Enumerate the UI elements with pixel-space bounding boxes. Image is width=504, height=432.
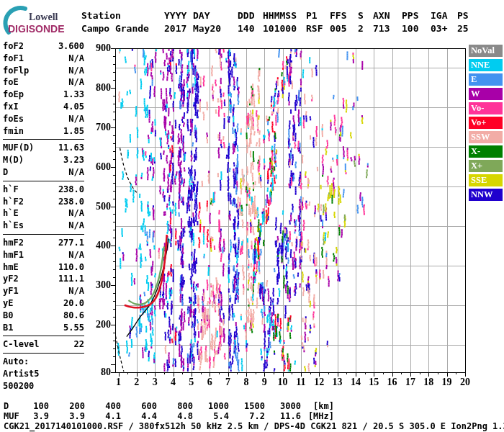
param-label: MUF(D) — [3, 142, 34, 154]
header-col-value: RSF — [306, 22, 330, 35]
param-label: yF2 — [3, 273, 19, 285]
param-row-ye: yE20.0 — [3, 297, 84, 310]
x-tick-label-18: 18 — [420, 377, 437, 388]
row-label: MUF — [4, 411, 13, 421]
header-col-day: DAYMay20 — [193, 9, 238, 35]
panel-footer-line: Auto: — [3, 356, 84, 368]
legend-item-nne: NNE — [469, 59, 503, 71]
row-unit: [MHz] — [301, 411, 334, 421]
row-cell: 4.4 — [121, 411, 157, 421]
param-value: N/A — [68, 220, 84, 232]
param-label: h`F2 — [3, 196, 24, 208]
header-col-label: PS — [457, 9, 479, 22]
header-col-value: Campo Grande — [81, 22, 164, 35]
header-col-ps: PS25 — [457, 9, 479, 35]
param-row-fmin: fmin1.85 — [3, 125, 84, 138]
x-tick-label-5: 5 — [183, 377, 200, 388]
legend-item-nnw: NNW — [469, 189, 503, 201]
param-row-foe: foEN/A — [3, 76, 84, 89]
param-value: 238.0 — [58, 184, 84, 196]
row-cell: 400 — [85, 401, 121, 411]
panel-separator — [3, 353, 84, 354]
legend-item-x: X+ — [469, 160, 503, 172]
header-col-label: IGA — [431, 9, 457, 22]
param-label: yE — [3, 297, 13, 310]
param-label: M(D) — [3, 154, 24, 166]
legend-item-e: E — [469, 73, 503, 86]
row-cell: 5.4 — [193, 411, 229, 421]
param-value: 3.23 — [63, 154, 84, 166]
param-label: foF2 — [3, 40, 24, 53]
row-cell: 1000 — [193, 401, 229, 411]
row-label: D — [4, 401, 13, 411]
param-label: B1 — [3, 322, 13, 334]
logo-text-lowell: Lowell — [29, 12, 58, 23]
param-row-fxi: fxI4.05 — [3, 101, 84, 113]
y-tick-label-700: 700 — [86, 122, 111, 133]
param-value: 20.0 — [63, 297, 84, 310]
row-unit: [km] — [301, 401, 334, 411]
header-col-ddd: DDD140 — [238, 9, 263, 35]
param-row-fof2: foF23.600 — [3, 40, 84, 53]
param-label: h`F — [3, 184, 19, 196]
x-tick-label-15: 15 — [365, 377, 382, 388]
header-col-iga: IGA03+ — [431, 9, 457, 35]
x-tick-label-16: 16 — [384, 377, 401, 388]
header-col-yyyy: YYYY2017 — [164, 9, 193, 35]
param-value: 11.63 — [58, 142, 84, 154]
param-label: fxI — [3, 101, 19, 113]
row-cell: 3.9 — [49, 411, 85, 421]
header-col-value: May20 — [193, 22, 238, 35]
legend-item-x: X- — [469, 145, 503, 158]
param-row-foep: foEp1.33 — [3, 89, 84, 101]
param-value: 4.05 — [63, 101, 84, 113]
param-row-hmf1: hmF1N/A — [3, 249, 84, 261]
header-col-value: 713 — [373, 22, 402, 35]
param-label: hmF1 — [3, 249, 24, 261]
row-cell: 1500 — [229, 401, 265, 411]
header-col-label: P1 — [306, 9, 330, 22]
y-tick-label-200: 200 — [86, 319, 111, 330]
param-label: foF1 — [3, 53, 24, 65]
x-tick-label-3: 3 — [146, 377, 163, 388]
panel-separator — [3, 336, 84, 336]
direction-color-legend: NoValNNEEWVo-Vo+SSWX-X+SSENNW — [469, 45, 503, 203]
legend-item-w: W — [469, 88, 503, 100]
header-col-label: DAY — [193, 9, 238, 22]
parameter-panel: foF23.600foF1N/AfoFlpN/AfoEN/AfoEp1.33fx… — [3, 40, 84, 392]
param-value: 238.0 — [58, 196, 84, 208]
header-table: StationCampo GrandeYYYY2017DAYMay20DDD14… — [81, 9, 479, 35]
param-value: N/A — [68, 53, 84, 65]
header-col-axn: AXN713 — [373, 9, 402, 35]
param-row-mufd: MUF(D)11.63 — [3, 142, 84, 154]
param-label: D — [3, 166, 8, 179]
param-label: fmin — [3, 125, 24, 138]
param-value: 80.6 — [63, 310, 84, 322]
x-tick-label-10: 10 — [274, 377, 292, 388]
param-label: foEs — [3, 113, 24, 125]
x-tick-label-1: 1 — [110, 377, 127, 388]
legend-item-vo: Vo- — [469, 102, 503, 114]
x-tick-label-19: 19 — [438, 377, 456, 388]
param-value: 110.0 — [58, 261, 84, 274]
param-value: N/A — [68, 249, 84, 261]
y-tick-label-500: 500 — [86, 201, 111, 212]
header-col-label: HHMMSS — [263, 9, 306, 22]
param-label: hmE — [3, 261, 19, 274]
param-row-hf: h`F238.0 — [3, 184, 84, 196]
lowell-digisonde-logo: Lowell DIGISONDE — [3, 4, 82, 37]
header-col-value: 005 — [330, 22, 358, 35]
param-value: 1.33 — [63, 89, 84, 101]
x-tick-label-20: 20 — [456, 377, 474, 388]
legend-item-sse: SSE — [469, 174, 503, 186]
row-cell: 7.2 — [229, 411, 265, 421]
header-col-s: S2 — [358, 9, 373, 35]
row-cell: 800 — [157, 401, 193, 411]
panel-separator — [3, 181, 84, 181]
panel-footer-line: 500200 — [3, 380, 84, 392]
x-tick-label-12: 12 — [310, 377, 328, 388]
param-value: 22 — [74, 338, 84, 351]
x-tick-label-14: 14 — [347, 377, 364, 388]
header-col-label: DDD — [238, 9, 263, 22]
distance-row: D100200400600800100015003000[km] — [4, 401, 334, 411]
